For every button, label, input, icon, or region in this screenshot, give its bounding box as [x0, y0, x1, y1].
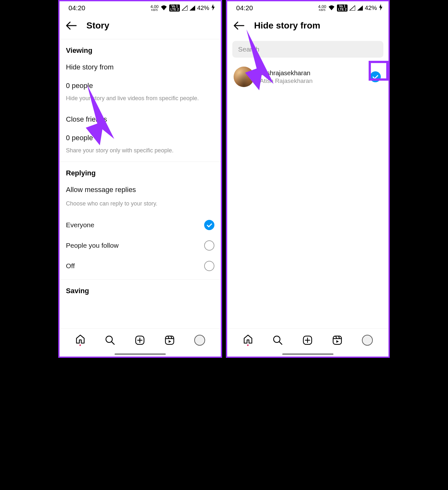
create-icon[interactable] — [302, 335, 313, 345]
wifi-icon — [328, 4, 335, 12]
close-friends-label: Close friends — [66, 115, 214, 125]
section-saving: Saving — [60, 280, 221, 298]
close-friends-value[interactable]: 0 people — [60, 125, 221, 144]
gesture-bar — [227, 351, 388, 357]
section-viewing: Viewing — [60, 39, 221, 57]
status-bar: 04:20 4.00 KB/S Vo 1 LTE 2 42% — [60, 1, 221, 15]
notification-dot-icon — [247, 344, 249, 346]
hide-story-label: Hide story from — [66, 63, 214, 73]
search-icon[interactable] — [105, 335, 115, 345]
create-icon[interactable] — [135, 335, 145, 345]
status-bar: 04:20 4.00 KB/S Vo 1 LTE 2 42% — [227, 1, 388, 15]
close-friends-row[interactable]: Close friends — [60, 109, 221, 125]
radio-follow[interactable]: People you follow — [60, 235, 221, 256]
search-icon[interactable] — [273, 335, 283, 345]
screenshot-story-settings: 04:20 4.00 KB/S Vo 1 LTE 2 42% — [58, 0, 222, 358]
back-arrow-icon[interactable] — [234, 21, 244, 30]
radio-unselected-icon[interactable] — [204, 261, 214, 271]
close-friends-desc: Share your story only with specific peop… — [60, 144, 221, 162]
profile-icon[interactable] — [194, 335, 205, 346]
page-title: Hide story from — [254, 20, 320, 31]
profile-icon[interactable] — [362, 335, 373, 346]
charging-icon — [211, 4, 215, 12]
radio-unselected-icon[interactable] — [204, 240, 214, 251]
network-speed-icon: 4.00 KB/S — [150, 4, 158, 12]
allow-replies-desc: Choose who can reply to your story. — [60, 196, 221, 215]
user-row[interactable]: atishrajasekharan Atish Rajasekharan — [227, 60, 388, 94]
battery-text: 42% — [365, 4, 377, 12]
screenshot-hide-story-from: 04:20 4.00 KB/S Vo 1 LTE 2 42% — [226, 0, 390, 358]
hide-story-value[interactable]: 0 people — [60, 73, 221, 92]
allow-replies-row: Allow message replies — [60, 180, 221, 196]
signal-icon-2 — [189, 5, 195, 11]
network-speed-icon: 4.00 KB/S — [318, 4, 326, 12]
volte-icon: Vo 1 LTE 2 — [169, 4, 180, 12]
home-icon[interactable] — [243, 334, 253, 346]
signal-icon — [182, 5, 188, 11]
notification-dot-icon — [79, 344, 81, 346]
section-replying: Replying — [60, 162, 221, 180]
radio-everyone[interactable]: Everyone — [60, 215, 221, 235]
bottom-nav — [227, 328, 388, 351]
radio-selected-icon[interactable] — [204, 220, 214, 230]
user-avatar — [234, 67, 254, 87]
status-time: 04:20 — [236, 4, 253, 12]
radio-off-label: Off — [66, 262, 75, 270]
charging-icon — [379, 4, 383, 12]
hide-story-desc: Hide your story and live videos from spe… — [60, 92, 221, 109]
header-bar: Hide story from — [227, 15, 388, 39]
svg-point-0 — [106, 336, 112, 342]
status-time: 04:20 — [68, 4, 85, 12]
reels-icon[interactable] — [332, 335, 342, 345]
wifi-icon — [160, 4, 167, 12]
allow-replies-label: Allow message replies — [66, 186, 214, 196]
header-bar: Story — [60, 15, 221, 39]
radio-off[interactable]: Off — [60, 256, 221, 276]
gesture-bar — [60, 351, 221, 357]
signal-icon — [349, 5, 355, 11]
home-icon[interactable] — [75, 334, 85, 346]
battery-text: 42% — [197, 4, 209, 12]
svg-rect-2 — [165, 336, 174, 344]
bottom-nav — [60, 328, 221, 351]
svg-point-3 — [274, 336, 280, 342]
username-label: atishrajasekharan — [260, 69, 313, 77]
volte-icon: Vo 1 LTE 2 — [337, 4, 347, 12]
reels-icon[interactable] — [164, 335, 175, 345]
radio-everyone-label: Everyone — [66, 221, 94, 229]
selected-check-icon[interactable] — [370, 71, 381, 82]
search-input[interactable]: Search — [232, 41, 383, 58]
back-arrow-icon[interactable] — [66, 21, 77, 30]
fullname-label: Atish Rajasekharan — [260, 77, 313, 84]
hide-story-row[interactable]: Hide story from — [60, 57, 221, 73]
search-placeholder: Search — [238, 45, 260, 53]
signal-icon-2 — [357, 5, 363, 11]
svg-rect-5 — [333, 336, 341, 344]
page-title: Story — [86, 20, 109, 31]
radio-follow-label: People you follow — [66, 242, 119, 249]
